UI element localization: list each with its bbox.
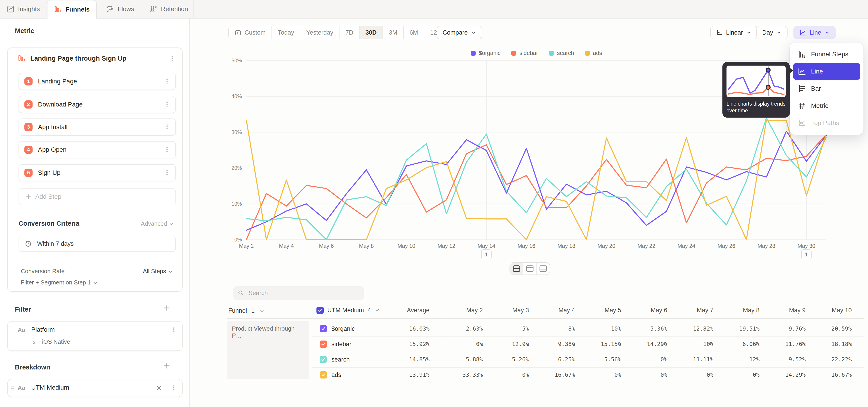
- conversion-window-button[interactable]: Within 7 days: [19, 236, 176, 252]
- funnel-step-row[interactable]: 2 Download Page: [19, 96, 176, 113]
- funnel-column-header[interactable]: Funnel 1: [228, 302, 265, 319]
- date-range-6m[interactable]: 6M: [404, 26, 425, 39]
- date-range-7d[interactable]: 7D: [340, 26, 360, 39]
- drag-handle-icon[interactable]: [10, 385, 16, 392]
- x-axis-tick: May 20: [597, 243, 615, 249]
- day-value: 20.59%: [810, 321, 852, 337]
- day-column-header[interactable]: May 2: [441, 302, 483, 318]
- funnel-kebab-menu[interactable]: [168, 55, 176, 62]
- string-property-icon: Aa: [18, 384, 25, 392]
- funnels-icon: [54, 6, 62, 13]
- funnel-step-row[interactable]: 4 App Open: [19, 141, 176, 158]
- chart-type-dropdown[interactable]: Line: [794, 26, 836, 39]
- y-axis-tick: 10%: [231, 201, 242, 207]
- breakdown-kebab-menu[interactable]: [170, 384, 178, 392]
- select-all-checkbox[interactable]: [316, 307, 324, 314]
- tab-label: Flows: [118, 5, 134, 13]
- table-row[interactable]: $organic 16.03%2.63%5%8%10%5.36%12.82%19…: [190, 321, 868, 337]
- step-kebab-menu[interactable]: [164, 101, 171, 108]
- compare-button[interactable]: Compare: [437, 26, 482, 39]
- menu-item-label: Top Paths: [811, 119, 839, 127]
- chevron-down-icon: [471, 30, 476, 35]
- layout-split-view-button[interactable]: [510, 263, 523, 275]
- filter-segment-label: Filter + Segment on Step 1: [21, 279, 91, 286]
- remove-breakdown-button[interactable]: [156, 385, 162, 391]
- day-column-header[interactable]: May 7: [672, 302, 713, 318]
- layout-table-only-button[interactable]: [537, 263, 550, 275]
- table-search[interactable]: [233, 286, 364, 300]
- series-checkbox[interactable]: [320, 325, 327, 333]
- day-value: 33.33%: [441, 367, 483, 383]
- day-column-header[interactable]: May 9: [764, 302, 806, 318]
- breakdown-column-header[interactable]: UTM Medium 4: [316, 302, 380, 318]
- table-row[interactable]: sidebar 15.92%0%12.9%9.38%15.15%14.29%10…: [190, 337, 868, 352]
- table-row[interactable]: search 14.85%5.88%5.26%6.25%5.56%0%11.11…: [190, 352, 868, 367]
- search-icon: [238, 290, 244, 296]
- average-column-header[interactable]: Average: [388, 302, 430, 318]
- menu-item-line[interactable]: Line: [793, 63, 860, 80]
- advanced-dropdown[interactable]: Advanced: [141, 220, 174, 227]
- menu-item-metric[interactable]: Metric: [793, 97, 860, 115]
- series-checkbox[interactable]: [320, 356, 327, 363]
- filter-segment-dropdown[interactable]: Filter + Segment on Step 1: [21, 279, 98, 286]
- date-range-3m[interactable]: 3M: [383, 26, 404, 39]
- add-step-button[interactable]: Add Step: [19, 188, 176, 205]
- day-column-header[interactable]: May 3: [487, 302, 529, 318]
- search-input[interactable]: [248, 289, 360, 297]
- step-label: App Install: [38, 119, 68, 135]
- step-kebab-menu[interactable]: [164, 169, 171, 176]
- y-axis-tick: 50%: [231, 58, 242, 64]
- scale-label: Linear: [726, 29, 743, 36]
- table-row[interactable]: ads 13.91%33.33%0%16.67%0%0%0%0%14.29%16…: [190, 367, 868, 383]
- series-line-$organic[interactable]: [246, 131, 827, 230]
- menu-item-top-paths[interactable]: Top Paths: [793, 115, 860, 132]
- date-range-label: Yesterday: [306, 29, 333, 36]
- funnel-step-row[interactable]: 3 App Install: [19, 119, 176, 136]
- breakdown-card-utm-medium[interactable]: Aa UTM Medium: [7, 379, 183, 397]
- tab-retention[interactable]: Retention: [144, 0, 194, 18]
- step-kebab-menu[interactable]: [164, 123, 171, 131]
- series-checkbox[interactable]: [320, 341, 327, 348]
- day-column-header[interactable]: May 6: [626, 302, 667, 318]
- filter-kebab-menu[interactable]: [170, 326, 178, 334]
- day-value: 5.36%: [626, 321, 667, 337]
- add-breakdown-button[interactable]: [163, 362, 170, 370]
- menu-item-bar[interactable]: Bar: [793, 80, 860, 97]
- scale-dropdown[interactable]: Linear: [710, 26, 757, 39]
- y-axis-tick: 30%: [231, 129, 242, 135]
- interval-dropdown[interactable]: Day: [756, 26, 787, 39]
- legend-item-sidebar[interactable]: sidebar: [511, 50, 538, 56]
- legend-item-ads[interactable]: ads: [585, 50, 602, 56]
- day-column-header[interactable]: May 10: [810, 302, 852, 318]
- series-checkbox[interactable]: [320, 371, 327, 378]
- chevron-down-icon: [825, 30, 830, 35]
- date-range-today[interactable]: Today: [272, 26, 301, 39]
- filter-card-platform[interactable]: Aa Platform Is iOS Native: [7, 321, 183, 351]
- date-range-yesterday[interactable]: Yesterday: [301, 26, 340, 39]
- legend-item-$organic[interactable]: $organic: [471, 50, 500, 56]
- date-range-custom[interactable]: Custom: [229, 26, 272, 39]
- day-column-header[interactable]: May 5: [580, 302, 621, 318]
- date-range-30d[interactable]: 30D: [360, 26, 383, 39]
- step-label: Sign Up: [38, 165, 61, 181]
- legend-item-search[interactable]: search: [549, 50, 574, 56]
- layout-chart-only-button[interactable]: [523, 263, 537, 275]
- day-column-header[interactable]: May 4: [533, 302, 575, 318]
- day-value: 12.82%: [672, 321, 713, 337]
- conversion-window-label: Within 7 days: [37, 236, 74, 251]
- menu-item-funnel-steps[interactable]: Funnel Steps: [793, 46, 860, 63]
- tab-funnels[interactable]: Funnels: [47, 0, 97, 19]
- all-steps-dropdown[interactable]: All Steps: [143, 268, 173, 275]
- funnel-step-row[interactable]: 1 Landing Page: [19, 73, 176, 90]
- add-filter-button[interactable]: [163, 304, 170, 312]
- tab-insights[interactable]: Insights: [0, 0, 47, 18]
- step-kebab-menu[interactable]: [164, 146, 171, 153]
- day-column-header[interactable]: May 8: [718, 302, 760, 318]
- tab-flows[interactable]: Flows: [97, 0, 144, 18]
- column-count: 1: [251, 307, 254, 314]
- funnel-step-row[interactable]: 5 Sign Up: [19, 164, 176, 181]
- x-axis-tick: May 4: [279, 243, 293, 249]
- step-kebab-menu[interactable]: [164, 78, 171, 85]
- row-divider: [312, 383, 864, 383]
- flows-icon: [106, 5, 114, 13]
